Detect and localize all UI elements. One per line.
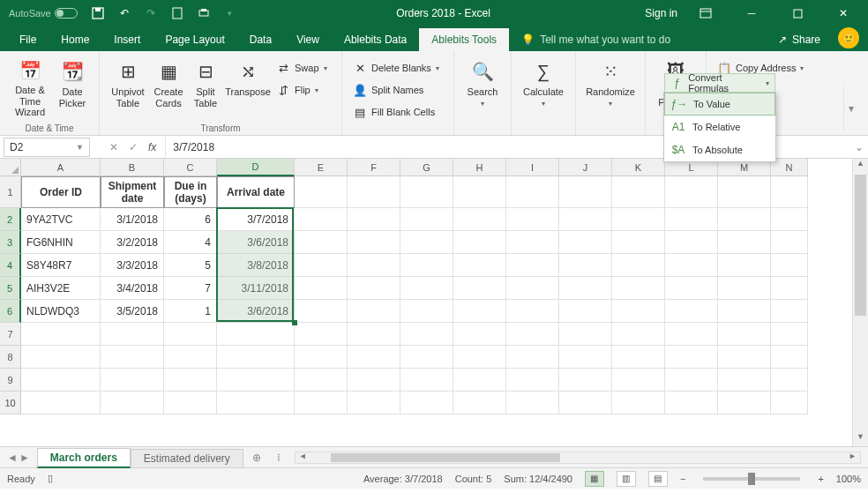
- cell[interactable]: [21, 346, 101, 369]
- cell[interactable]: [101, 323, 164, 346]
- enter-formula-icon[interactable]: ✓: [129, 141, 138, 153]
- cell[interactable]: [612, 300, 665, 323]
- delete-blanks-button[interactable]: ✕Delete Blanks: [349, 58, 443, 78]
- cell[interactable]: Shipment date: [101, 176, 164, 208]
- cell[interactable]: [665, 208, 718, 231]
- cell[interactable]: [506, 346, 559, 369]
- column-header-B[interactable]: B: [101, 159, 164, 176]
- cell[interactable]: [400, 231, 453, 254]
- cell[interactable]: [612, 323, 665, 346]
- cell[interactable]: [771, 208, 808, 231]
- tab-ablebits-data[interactable]: Ablebits Data: [332, 28, 419, 51]
- cell[interactable]: 4: [164, 231, 217, 254]
- insert-function-icon[interactable]: fx: [148, 141, 156, 153]
- row-header-1[interactable]: 1: [0, 176, 21, 208]
- cell[interactable]: [295, 392, 348, 414]
- scroll-up-icon[interactable]: ▲: [853, 159, 868, 173]
- cell[interactable]: [559, 369, 612, 392]
- cell[interactable]: [665, 254, 718, 277]
- cell[interactable]: [453, 254, 506, 277]
- selection-handle[interactable]: [292, 320, 297, 325]
- cell[interactable]: [612, 369, 665, 392]
- sign-in-link[interactable]: Sign in: [645, 7, 677, 19]
- cell[interactable]: [400, 176, 453, 208]
- cell[interactable]: [771, 176, 808, 208]
- cell[interactable]: [164, 392, 217, 414]
- save-button[interactable]: [86, 2, 109, 25]
- cell[interactable]: [665, 176, 718, 208]
- horizontal-scroll-thumb[interactable]: [331, 453, 560, 462]
- date-picker-button[interactable]: 📆Date Picker: [53, 55, 92, 118]
- cell[interactable]: [612, 392, 665, 414]
- minimize-button[interactable]: ─: [734, 2, 769, 25]
- name-box[interactable]: D2 ▼: [4, 138, 90, 157]
- cell[interactable]: AIH3V2E: [21, 277, 101, 300]
- cell[interactable]: [718, 300, 771, 323]
- cell[interactable]: [612, 254, 665, 277]
- cell[interactable]: [164, 323, 217, 346]
- cell[interactable]: [718, 369, 771, 392]
- column-header-K[interactable]: K: [612, 159, 665, 176]
- sheet-tab-estimated-delivery[interactable]: Estimated delivery: [131, 449, 243, 467]
- menu-to-relative[interactable]: A1To Relative: [664, 116, 775, 138]
- tab-data[interactable]: Data: [237, 28, 284, 51]
- cell[interactable]: FG6NHIN: [21, 231, 101, 254]
- cell[interactable]: 3/8/2018: [217, 254, 295, 277]
- cell[interactable]: 1: [164, 300, 217, 323]
- cell[interactable]: [453, 392, 506, 414]
- cell[interactable]: [453, 323, 506, 346]
- zoom-level[interactable]: 100%: [836, 474, 861, 484]
- tab-ablebits-tools[interactable]: Ablebits Tools: [419, 28, 509, 51]
- undo-button[interactable]: ↶: [113, 2, 136, 25]
- cell[interactable]: [612, 208, 665, 231]
- tab-view[interactable]: View: [284, 28, 332, 51]
- feedback-smiley-icon[interactable]: 🙂: [838, 27, 859, 49]
- cell[interactable]: [718, 208, 771, 231]
- cell[interactable]: [771, 392, 808, 414]
- cell[interactable]: [612, 277, 665, 300]
- cell[interactable]: 9YA2TVC: [21, 208, 101, 231]
- cell[interactable]: [771, 369, 808, 392]
- zoom-slider[interactable]: [703, 477, 800, 481]
- cell[interactable]: [295, 323, 348, 346]
- cell[interactable]: 3/7/2018: [217, 208, 295, 231]
- cell[interactable]: [665, 392, 718, 414]
- cell[interactable]: 3/2/2018: [101, 231, 164, 254]
- cell[interactable]: [453, 176, 506, 208]
- view-page-layout-button[interactable]: ▥: [617, 471, 636, 487]
- qat-customize-button[interactable]: ▾: [219, 2, 242, 25]
- randomize-button[interactable]: ⁙Randomize: [583, 55, 638, 118]
- cell[interactable]: [400, 392, 453, 414]
- cell[interactable]: [453, 277, 506, 300]
- cell[interactable]: [506, 254, 559, 277]
- cell[interactable]: Due in (days): [164, 176, 217, 208]
- cell[interactable]: [771, 277, 808, 300]
- split-table-button[interactable]: ⊟Split Table: [188, 55, 223, 118]
- cell[interactable]: 3/4/2018: [101, 277, 164, 300]
- cell[interactable]: [718, 277, 771, 300]
- cell[interactable]: [295, 277, 348, 300]
- cell[interactable]: [164, 369, 217, 392]
- cell[interactable]: [295, 300, 348, 323]
- cell[interactable]: 3/5/2018: [101, 300, 164, 323]
- cell[interactable]: 5: [164, 254, 217, 277]
- cells-area[interactable]: Order IDShipment dateDue in (days)Arriva…: [21, 176, 808, 414]
- cell[interactable]: [453, 231, 506, 254]
- cell[interactable]: [771, 254, 808, 277]
- autosave-toggle[interactable]: AutoSave: [4, 8, 83, 19]
- cell[interactable]: [101, 369, 164, 392]
- menu-to-value[interactable]: ƒ→To Value: [664, 93, 775, 116]
- cell[interactable]: [718, 254, 771, 277]
- cell[interactable]: 6: [164, 208, 217, 231]
- cell[interactable]: [400, 369, 453, 392]
- cell[interactable]: [506, 231, 559, 254]
- redo-button[interactable]: ↷: [139, 2, 162, 25]
- new-file-button[interactable]: [166, 2, 189, 25]
- cell[interactable]: [217, 346, 295, 369]
- cell[interactable]: [400, 254, 453, 277]
- cell[interactable]: [101, 346, 164, 369]
- cell[interactable]: [217, 369, 295, 392]
- cell[interactable]: 3/11/2018: [217, 277, 295, 300]
- sheet-nav-prev-icon[interactable]: ◄: [7, 451, 18, 464]
- cell[interactable]: [348, 176, 400, 208]
